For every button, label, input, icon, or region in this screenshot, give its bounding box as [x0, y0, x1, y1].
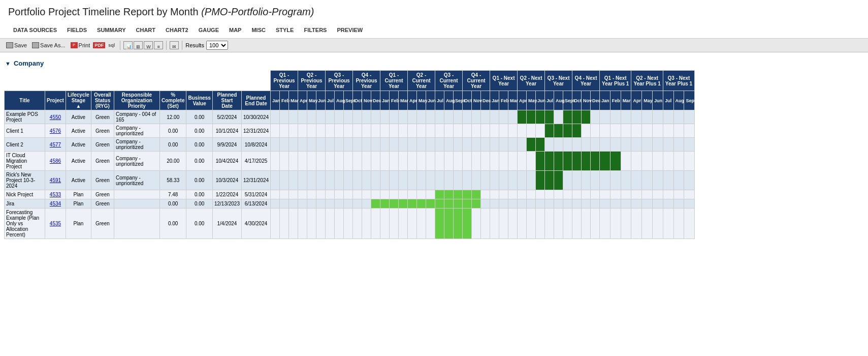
- gantt-cell-4-7: [335, 171, 344, 190]
- cell-end-7: 4/30/2024: [242, 209, 271, 239]
- nav-item-misc[interactable]: MISC: [246, 25, 271, 35]
- cell-end-2: 10/8/2024: [242, 138, 271, 152]
- gantt-cell-3-40: [642, 152, 653, 171]
- sql-button[interactable]: sql: [106, 42, 117, 49]
- nav-item-gauge[interactable]: GAUGE: [194, 25, 224, 35]
- gantt-cell-6-12: [380, 199, 390, 209]
- gantt-cell-1-22: [472, 124, 481, 138]
- gantt-cell-3-17: [426, 152, 435, 171]
- word-icon-button[interactable]: W: [144, 41, 153, 49]
- gantt-cell-0-7: [335, 110, 344, 124]
- toolbar-separator2: [166, 41, 167, 50]
- gantt-cell-3-28: [527, 152, 536, 171]
- gantt-cell-3-7: [335, 152, 344, 171]
- save-as-button[interactable]: Save As...: [30, 41, 68, 49]
- gantt-cell-5-9: [353, 190, 362, 199]
- gantt-cell-4-33: [572, 171, 582, 190]
- results-select[interactable]: 100 50 200: [206, 41, 228, 50]
- cell-project-2[interactable]: 4577: [45, 138, 66, 152]
- gantt-cell-3-4: [307, 152, 316, 171]
- gantt-cell-5-40: [642, 190, 653, 199]
- month-header-q7-m2: Dec: [481, 91, 490, 110]
- title-main: Portfolio Project Timeline Report by Mon…: [8, 6, 199, 17]
- gantt-cell-6-17: [426, 199, 435, 209]
- nav-item-chart2[interactable]: CHART2: [160, 25, 194, 35]
- cell-project-1[interactable]: 4576: [45, 124, 66, 138]
- gantt-cell-0-29: [536, 110, 545, 124]
- gantt-cell-5-19: [444, 190, 454, 199]
- nav-item-summary[interactable]: SUMMARY: [92, 25, 131, 35]
- gantt-cell-7-41: [653, 209, 663, 239]
- gantt-cell-6-20: [454, 199, 463, 209]
- gantt-cell-1-3: [298, 124, 307, 138]
- cell-org-0: Company - 004 of 165: [114, 110, 159, 124]
- table-row: IT Cloud Migration Project4586ActiveGree…: [5, 152, 695, 171]
- gantt-cell-4-3: [298, 171, 307, 190]
- cell-bv-5: 0.00: [186, 190, 212, 199]
- gantt-cell-2-33: [572, 138, 582, 152]
- nav-item-preview[interactable]: PREVIEW: [332, 25, 368, 35]
- gantt-cell-6-39: [631, 199, 642, 209]
- quarter-header-13: Q2 - NextYear Plus 1: [631, 71, 663, 91]
- cell-project-5[interactable]: 4533: [45, 190, 66, 199]
- gantt-cell-2-28: [527, 138, 536, 152]
- gantt-cell-3-5: [316, 152, 326, 171]
- gantt-cell-3-25: [499, 152, 508, 171]
- gantt-cell-0-40: [642, 110, 653, 124]
- month-header-q11-m0: Oct: [572, 91, 582, 110]
- gantt-cell-1-43: [673, 124, 684, 138]
- company-header[interactable]: ▼ Company: [4, 56, 864, 70]
- gantt-cell-0-0: [271, 110, 280, 124]
- gantt-cell-4-29: [536, 171, 545, 190]
- cell-end-5: 5/31/2024: [242, 190, 271, 199]
- gantt-cell-7-11: [371, 209, 380, 239]
- nav-item-chart[interactable]: CHART: [131, 25, 161, 35]
- cell-end-4: 12/31/2024: [242, 171, 271, 190]
- gantt-cell-0-19: [444, 110, 454, 124]
- save-button[interactable]: Save: [4, 41, 29, 49]
- csv-icon-button[interactable]: ⊞: [134, 41, 143, 49]
- rtf-icon-button[interactable]: ≡: [154, 41, 163, 49]
- gantt-cell-3-9: [353, 152, 362, 171]
- gantt-cell-6-42: [663, 199, 673, 209]
- gantt-cell-1-25: [499, 124, 508, 138]
- nav-item-fields[interactable]: FIELDS: [62, 25, 92, 35]
- gantt-cell-2-12: [380, 138, 390, 152]
- gantt-cell-2-16: [417, 138, 426, 152]
- company-label: Company: [14, 60, 44, 67]
- nav-item-map[interactable]: MAP: [224, 25, 246, 35]
- gantt-cell-6-21: [463, 199, 472, 209]
- cell-org-6: [114, 199, 159, 209]
- gantt-cell-6-41: [653, 199, 663, 209]
- cell-start-6: 12/13/2023: [212, 199, 241, 209]
- cell-project-4[interactable]: 4591: [45, 171, 66, 190]
- pdf-button[interactable]: PDF: [93, 42, 105, 48]
- gantt-cell-5-13: [390, 190, 399, 199]
- email-button[interactable]: ✉: [170, 41, 179, 49]
- gantt-cell-1-20: [454, 124, 463, 138]
- nav-item-data-sources[interactable]: DATA SOURCES: [8, 25, 62, 35]
- gantt-cell-0-1: [280, 110, 289, 124]
- print-button[interactable]: P Print: [69, 41, 92, 49]
- nav-item-style[interactable]: STYLE: [271, 25, 299, 35]
- gantt-cell-6-44: [684, 199, 695, 209]
- cell-project-7[interactable]: 4535: [45, 209, 66, 239]
- gantt-cell-0-20: [454, 110, 463, 124]
- nav-item-filters[interactable]: FILTERS: [299, 25, 332, 35]
- xls-icon-button[interactable]: 📊: [123, 41, 133, 49]
- title-italic: (PMO-Portfolio-Program): [201, 6, 314, 17]
- save-as-label: Save As...: [40, 42, 66, 48]
- cell-project-0[interactable]: 4550: [45, 110, 66, 124]
- cell-project-6[interactable]: 4534: [45, 199, 66, 209]
- quarter-header-3: Q4 -PreviousYear: [353, 71, 380, 91]
- gantt-cell-7-20: [454, 209, 463, 239]
- month-header-q10-m1: Aug: [554, 91, 563, 110]
- month-header-q0-m1: Feb: [280, 91, 289, 110]
- gantt-cell-5-7: [335, 190, 344, 199]
- gantt-cell-6-26: [508, 199, 518, 209]
- gantt-cell-2-5: [316, 138, 326, 152]
- gantt-cell-1-36: [600, 124, 610, 138]
- gantt-cell-2-42: [663, 138, 673, 152]
- gantt-cell-5-17: [426, 190, 435, 199]
- cell-project-3[interactable]: 4586: [45, 152, 66, 171]
